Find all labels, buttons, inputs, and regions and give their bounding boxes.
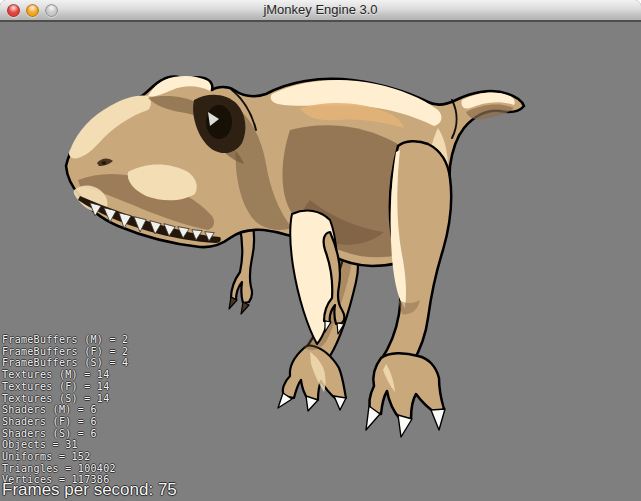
- stats-line: Shaders (F) = 6: [2, 416, 128, 428]
- window-title: jMonkey Engine 3.0: [263, 0, 377, 21]
- zoom-button[interactable]: [45, 4, 58, 17]
- close-button[interactable]: [7, 4, 20, 17]
- stats-line: Textures (M) = 14: [2, 369, 128, 381]
- stats-line: Shaders (M) = 6: [2, 404, 128, 416]
- stats-line: Triangles = 100402: [2, 463, 128, 475]
- stats-line: FrameBuffers (M) = 2: [2, 334, 128, 346]
- window-controls: [7, 4, 58, 17]
- stats-line: Textures (F) = 14: [2, 381, 128, 393]
- stats-line: FrameBuffers (F) = 2: [2, 346, 128, 358]
- 3d-viewport[interactable]: FrameBuffers (M) = 2FrameBuffers (F) = 2…: [0, 24, 641, 501]
- stats-line: FrameBuffers (S) = 4: [2, 357, 128, 369]
- stats-line: Uniforms = 152: [2, 451, 128, 463]
- stats-overlay: FrameBuffers (M) = 2FrameBuffers (F) = 2…: [2, 334, 128, 486]
- app-window: jMonkey Engine 3.0: [0, 0, 641, 501]
- stats-line: Objects = 31: [2, 439, 128, 451]
- minimize-button[interactable]: [26, 4, 39, 17]
- title-bar[interactable]: jMonkey Engine 3.0: [0, 0, 641, 22]
- fps-counter: Frames per second: 75: [2, 480, 177, 500]
- stats-line: Textures (S) = 14: [2, 393, 128, 405]
- stats-line: Shaders (S) = 6: [2, 428, 128, 440]
